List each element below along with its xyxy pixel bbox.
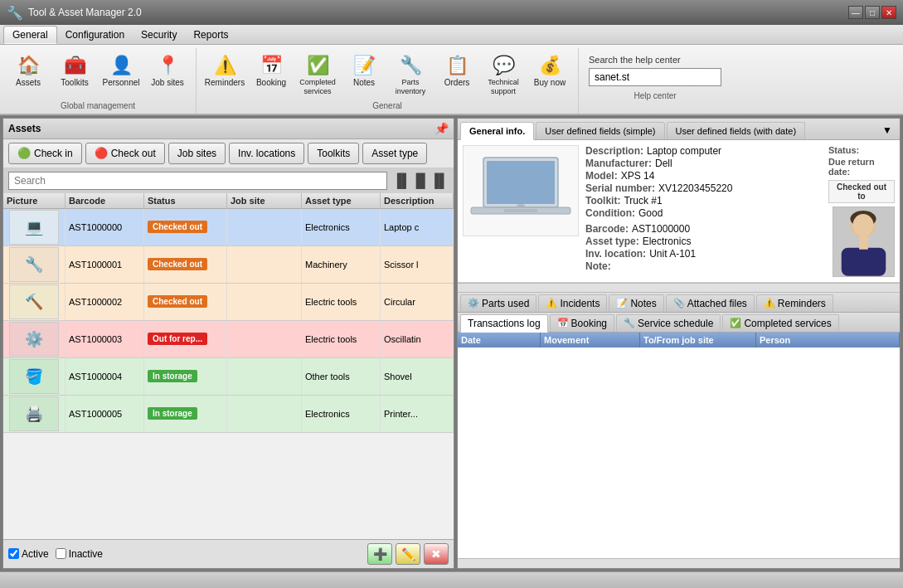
active-checkbox[interactable] [8,548,19,559]
ribbon-assets-button[interactable]: 🏠 Assets [7,51,50,91]
tab-user-fields-date[interactable]: User defined fields (with date) [667,122,806,139]
ribbon-toolkits-button[interactable]: 🧰 Toolkits [53,51,96,91]
buy-ribbon-icon: 💰 [539,55,561,76]
btab-notes[interactable]: 📝 Notes [609,294,663,312]
menu-item-general[interactable]: General [3,26,57,44]
table-row[interactable]: 🖨️ AST1000005 In storage Electronics Pri… [3,396,454,433]
log-body [458,347,900,558]
btab-attached-files[interactable]: 📎 Attached files [666,294,755,312]
table-header: Picture Barcode Status Job site Asset ty… [3,193,454,209]
row-1-status: Checked out [144,246,227,283]
col-description: Description [381,193,454,208]
reminders-ribbon-icon: ⚠️ [214,55,236,76]
btab-booking[interactable]: 📅 Booking [550,314,614,332]
row-0-jobsite [227,209,302,245]
inv-locations-button[interactable]: Inv. locations [229,143,304,164]
checkin-button[interactable]: 🟢 Check in [8,143,82,164]
tabs-arrow-icon[interactable]: ▼ [877,121,897,139]
jobsites-ribbon-icon: 📍 [157,55,179,76]
menu-item-configuration[interactable]: Configuration [57,27,133,43]
completed-ribbon-icon: ✅ [307,55,329,76]
edit-asset-button[interactable]: ✏️ [396,543,420,565]
ribbon-buy-button[interactable]: 💰 Buy now [528,51,571,91]
btab-completed-services[interactable]: ✅ Completed services [722,314,838,332]
table-row[interactable]: 🪣 AST1000004 In storage Other tools Shov… [3,358,454,396]
ribbon-jobsites-button[interactable]: 📍 Job sites [146,51,189,91]
tab-user-fields-simple[interactable]: User defined fields (simple) [536,122,664,139]
menu-item-reports[interactable]: Reports [185,27,236,43]
checkout-button[interactable]: 🔴 Check out [85,143,165,164]
row-1-assettype: Machinery [302,246,381,283]
log-hscroll[interactable] [458,558,900,568]
minimize-button[interactable]: — [848,6,863,19]
inactive-checkbox[interactable] [56,548,66,559]
laptop-svg [467,149,575,232]
title-bar-left: 🔧 Tool & Asset Manager 2.0 [7,5,142,21]
window-title: Tool & Asset Manager 2.0 [28,7,142,18]
col-picture: Picture [3,193,66,208]
menu-item-security[interactable]: Security [133,27,185,43]
log-table: Date Movement To/From job site Person [458,333,900,558]
asset-detail-top: Description: Laptop computer Manufacture… [458,140,900,283]
assets-toolbar: 🟢 Check in 🔴 Check out Job sites Inv. lo… [3,139,454,168]
svg-point-9 [852,214,873,236]
log-col-person: Person [756,333,900,347]
row-0-status: Checked out [144,209,227,245]
table-row[interactable]: 🔧 AST1000001 Checked out Machinery Sciss… [3,246,454,284]
btab-parts-used[interactable]: ⚙️ Parts used [460,294,536,312]
toolkits-button[interactable]: Toolkits [308,143,359,164]
info-assettype: Asset type: Electronics [585,236,822,247]
table-row[interactable]: ⚙️ AST1000003 Out for rep... Electric to… [3,321,454,358]
checkout-icon: 🔴 [95,147,108,159]
detail-hscroll[interactable] [458,283,900,293]
search-row: ▐▌▐▌▐▌ [3,168,454,193]
help-search-input[interactable] [589,68,721,86]
ribbon-notes-button[interactable]: 📝 Notes [342,51,386,91]
close-button[interactable]: ✕ [881,6,896,19]
ribbon-personnel-button[interactable]: 👤 Personnel [100,51,143,91]
ribbon-group-global-items: 🏠 Assets 🧰 Toolkits 👤 Personnel 📍 Job si… [7,51,189,100]
table-body: 💻 AST1000000 Checked out Electronics Lap… [3,209,454,539]
search-input[interactable] [8,172,387,190]
barcode-icon: ▐▌▐▌▐▌ [392,173,449,188]
ribbon-orders-button[interactable]: 📋 Orders [435,51,478,91]
row-2-assettype: Electric tools [302,284,381,320]
tab-general-info[interactable]: General info. [460,122,534,140]
active-checkbox-label[interactable]: Active [8,548,49,560]
restore-button[interactable]: □ [865,6,880,19]
table-row[interactable]: 🔨 AST1000002 Checked out Electric tools … [3,284,454,321]
btab-transactions[interactable]: Transactions log [460,314,548,333]
row-2-description: Circular [381,284,454,320]
service-icon: 🔧 [624,318,635,328]
help-center-label: Help center [589,91,721,100]
ribbon-support-button[interactable]: 💬 Technical support [482,51,525,100]
svg-rect-4 [504,209,537,212]
row-0-status-badge: Checked out [148,221,207,233]
delete-asset-button[interactable]: ✖ [424,543,449,565]
title-bar-controls: — □ ✕ [848,6,896,19]
asset-type-button[interactable]: Asset type [362,143,427,164]
ribbon-booking-button[interactable]: 📅 Booking [250,51,293,91]
row-0-description: Laptop c [381,209,454,245]
row-1-thumb: 🔧 [9,247,59,282]
booking-ribbon-icon: 📅 [260,55,283,76]
jobsites-button[interactable]: Job sites [168,143,226,164]
ribbon-completed-button[interactable]: ✅ Completed services [296,51,339,100]
inactive-checkbox-label[interactable]: Inactive [56,548,103,560]
pin-icon[interactable]: 📌 [435,122,449,135]
row-4-picture: 🪣 [3,358,66,395]
ribbon-reminders-button[interactable]: ⚠️ Reminders [203,51,246,91]
add-asset-button[interactable]: ➕ [367,543,392,565]
table-row[interactable]: 💻 AST1000000 Checked out Electronics Lap… [3,209,454,246]
row-3-thumb: ⚙️ [9,322,59,357]
assets-ribbon-icon: 🏠 [17,55,40,76]
ribbon-parts-button[interactable]: 🔧 Parts inventory [389,51,432,100]
svg-rect-10 [842,247,886,275]
bottom-tabs-row1: ⚙️ Parts used ⚠️ Incidents 📝 Notes 📎 Att… [458,293,900,313]
btab-reminders[interactable]: ⚠️ Reminders [756,294,833,312]
row-0-assettype: Electronics [302,209,381,245]
btab-service-schedule[interactable]: 🔧 Service schedule [616,314,721,332]
btab-incidents[interactable]: ⚠️ Incidents [538,294,607,312]
bottom-actions: ➕ ✏️ ✖ [367,543,449,565]
status-bar [0,571,903,588]
